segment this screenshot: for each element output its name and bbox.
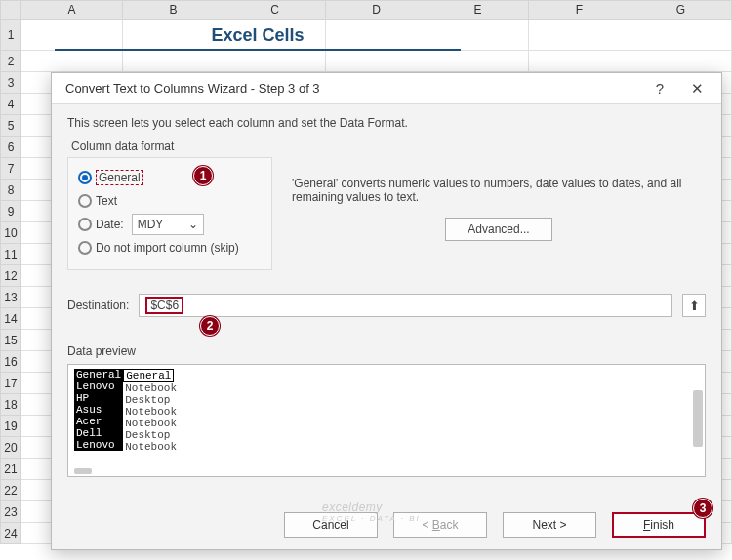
row-header-20[interactable]: 20	[0, 437, 21, 459]
preview-header[interactable]: General	[123, 369, 174, 382]
row-header-7[interactable]: 7	[0, 158, 21, 180]
preview-cell[interactable]: Asus	[74, 404, 123, 416]
row-header-1[interactable]: 1	[0, 20, 21, 51]
cell[interactable]	[529, 51, 630, 72]
col-header-c[interactable]: C	[224, 0, 326, 20]
collapse-icon: ⬆	[689, 299, 700, 313]
row-header-16[interactable]: 16	[0, 351, 21, 373]
date-format-value: MDY	[138, 218, 164, 231]
destination-input[interactable]: $C$6	[139, 294, 672, 317]
row-header-22[interactable]: 22	[0, 480, 21, 501]
column-headers: A B C D E F G	[0, 0, 732, 20]
cell[interactable]	[630, 20, 732, 51]
row-header-18[interactable]: 18	[0, 394, 21, 416]
advanced-button[interactable]: Advanced...	[445, 218, 552, 241]
col-header-a[interactable]: A	[21, 0, 123, 20]
radio-date-row[interactable]: Date: MDY ⌄	[78, 213, 262, 236]
radio-skip[interactable]	[78, 241, 92, 255]
destination-label: Destination:	[67, 299, 129, 312]
row-header-21[interactable]: 21	[0, 459, 21, 480]
row-header-2[interactable]: 2	[0, 51, 21, 72]
close-button[interactable]: ✕	[678, 75, 715, 102]
cell[interactable]	[326, 51, 427, 72]
preview-cell[interactable]: Desktop	[123, 394, 179, 406]
col-header-e[interactable]: E	[427, 0, 529, 20]
row-header-19[interactable]: 19	[0, 416, 21, 437]
radio-text-row[interactable]: Text	[78, 189, 262, 213]
preview-cell[interactable]: HP	[74, 392, 123, 404]
radio-general-label: General	[96, 170, 143, 185]
destination-value: $C$6	[145, 297, 183, 314]
row-header-9[interactable]: 9	[0, 201, 21, 222]
dialog-buttons: Cancel < Back Next > Finish	[284, 512, 706, 538]
cell[interactable]	[123, 51, 224, 72]
callout-badge-1: 1	[193, 166, 213, 185]
dialog-titlebar: Convert Text to Columns Wizard - Step 3 …	[52, 73, 721, 104]
row-header-10[interactable]: 10	[0, 222, 21, 244]
preview-cell[interactable]: Dell	[74, 427, 123, 439]
col-header-d[interactable]: D	[326, 0, 427, 20]
chevron-down-icon: ⌄	[188, 218, 198, 231]
radio-general-row[interactable]: General	[78, 166, 262, 189]
cancel-button[interactable]: Cancel	[284, 512, 378, 538]
help-button[interactable]: ?	[641, 75, 678, 102]
row-header-8[interactable]: 8	[0, 180, 21, 201]
row-header-17[interactable]: 17	[0, 373, 21, 394]
preview-cell[interactable]: Notebook	[123, 441, 179, 453]
row-header-11[interactable]: 11	[0, 244, 21, 265]
preview-cell[interactable]: Lenovo	[74, 439, 123, 451]
select-all-cell[interactable]	[0, 0, 21, 20]
callout-badge-2: 2	[200, 316, 220, 336]
next-button[interactable]: Next >	[503, 512, 596, 538]
radio-date[interactable]	[78, 218, 92, 231]
row-header-24[interactable]: 24	[0, 523, 21, 544]
radio-skip-row[interactable]: Do not import column (skip)	[78, 236, 262, 260]
sheet-title: Excel Cells	[55, 21, 461, 51]
collapse-dialog-button[interactable]: ⬆	[682, 294, 706, 317]
col-header-b[interactable]: B	[123, 0, 224, 20]
preview-hscroll[interactable]	[74, 468, 92, 474]
col-header-f[interactable]: F	[529, 0, 630, 20]
row-header-14[interactable]: 14	[0, 308, 21, 330]
cell[interactable]	[21, 51, 123, 72]
dialog-description: This screen lets you select each column …	[67, 116, 706, 130]
col-header-g[interactable]: G	[630, 0, 732, 20]
preview-cell[interactable]: Acer	[74, 416, 123, 427]
preview-label: Data preview	[67, 344, 706, 358]
row-header-3[interactable]: 3	[0, 72, 21, 94]
finish-button[interactable]: Finish	[612, 512, 706, 538]
data-preview[interactable]: GeneralLenovoHP Asus Acer Dell LenovoGen…	[67, 364, 706, 477]
format-help-text: 'General' converts numeric values to num…	[292, 177, 706, 204]
radio-text[interactable]	[78, 194, 92, 208]
row-header-6[interactable]: 6	[0, 137, 21, 158]
row-header-13[interactable]: 13	[0, 287, 21, 308]
radio-general[interactable]	[78, 171, 92, 184]
row-header-15[interactable]: 15	[0, 330, 21, 351]
preview-cell[interactable]: Notebook	[123, 382, 179, 394]
callout-badge-3: 3	[693, 499, 712, 518]
row-header-4[interactable]: 4	[0, 94, 21, 115]
preview-cell[interactable]: Lenovo	[74, 380, 123, 392]
preview-header[interactable]: General	[74, 369, 123, 380]
row-header-23[interactable]: 23	[0, 501, 21, 523]
back-button[interactable]: < Back	[393, 512, 487, 538]
format-help: 'General' converts numeric values to num…	[292, 157, 706, 241]
preview-cell[interactable]: Notebook	[123, 418, 179, 429]
row-header-12[interactable]: 12	[0, 265, 21, 287]
preview-vscroll[interactable]	[693, 390, 703, 447]
cell[interactable]	[529, 20, 630, 51]
cell[interactable]	[630, 51, 732, 72]
format-group: General Text Date: MDY ⌄ Do not import c…	[67, 157, 272, 270]
row-header-5[interactable]: 5	[0, 115, 21, 137]
radio-date-label: Date:	[96, 218, 124, 231]
date-format-select[interactable]: MDY ⌄	[132, 214, 204, 235]
preview-cell[interactable]: Notebook	[123, 406, 179, 418]
cell[interactable]	[224, 51, 326, 72]
radio-skip-label: Do not import column (skip)	[96, 241, 239, 255]
format-group-label: Column data format	[71, 140, 706, 153]
preview-cell[interactable]: Desktop	[123, 429, 179, 441]
radio-text-label: Text	[96, 194, 117, 208]
cell[interactable]	[427, 51, 529, 72]
dialog-title: Convert Text to Columns Wizard - Step 3 …	[65, 81, 320, 96]
text-to-columns-dialog: Convert Text to Columns Wizard - Step 3 …	[51, 72, 722, 550]
